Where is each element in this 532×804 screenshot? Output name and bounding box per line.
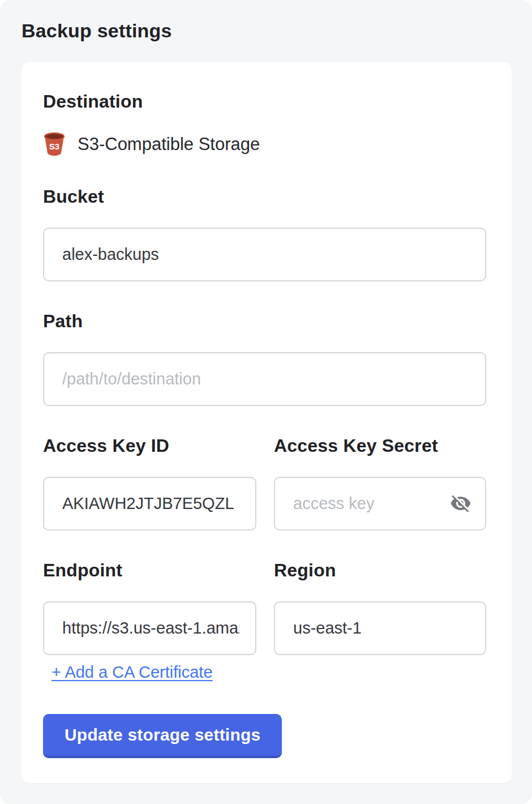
access-keys-row: Access Key ID Access Key Secret xyxy=(43,435,486,531)
access-key-secret-wrap xyxy=(274,477,486,531)
region-input[interactable] xyxy=(274,601,486,655)
destination-value-row: S3 S3-Compatible Storage xyxy=(43,132,486,157)
svg-text:S3: S3 xyxy=(49,142,59,151)
access-key-secret-label: Access Key Secret xyxy=(274,435,438,456)
access-key-id-input[interactable] xyxy=(43,477,256,531)
bucket-label: Bucket xyxy=(43,186,104,207)
region-label: Region xyxy=(274,560,336,580)
access-key-secret-section: Access Key Secret xyxy=(274,435,486,531)
add-ca-certificate-link[interactable]: + Add a CA Certificate xyxy=(52,661,213,683)
bucket-section: Bucket xyxy=(43,186,486,281)
path-label: Path xyxy=(43,311,83,331)
eye-off-icon[interactable] xyxy=(450,493,471,514)
access-key-id-label: Access Key ID xyxy=(43,435,169,456)
endpoint-region-row: Endpoint Region xyxy=(43,559,486,655)
endpoint-label: Endpoint xyxy=(43,560,122,580)
page-title: Backup settings xyxy=(22,19,511,42)
path-input[interactable] xyxy=(43,352,486,406)
path-section: Path xyxy=(43,310,486,406)
endpoint-section: Endpoint xyxy=(43,559,256,655)
access-key-id-section: Access Key ID xyxy=(43,435,256,531)
destination-label: Destination xyxy=(43,91,486,112)
destination-value: S3-Compatible Storage xyxy=(78,134,260,155)
backup-settings-card: Destination S3 S3-Compatible Storage Buc… xyxy=(22,62,512,783)
endpoint-input[interactable] xyxy=(43,601,256,655)
ca-certificate-row: + Add a CA Certificate xyxy=(43,661,486,683)
bucket-input[interactable] xyxy=(43,228,486,281)
s3-bucket-icon: S3 xyxy=(43,132,66,157)
backup-settings-panel: Backup settings Destination S3 S3-Compat… xyxy=(0,0,532,804)
region-section: Region xyxy=(274,559,486,655)
update-storage-settings-button[interactable]: Update storage settings xyxy=(43,714,282,758)
